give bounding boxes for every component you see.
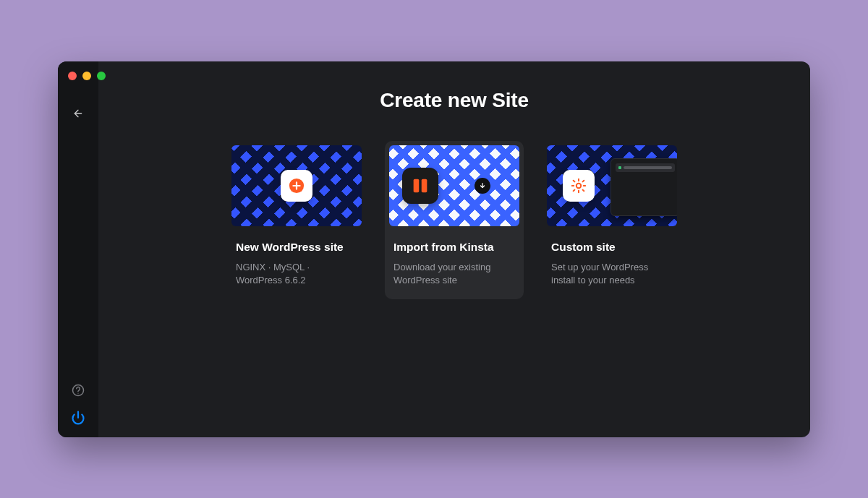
plus-icon xyxy=(281,170,312,202)
svg-point-8 xyxy=(576,183,581,187)
svg-rect-5 xyxy=(414,179,420,192)
card-thumbnail xyxy=(547,145,677,226)
svg-point-2 xyxy=(77,392,78,393)
page-title: Create new Site xyxy=(380,89,529,112)
svg-rect-6 xyxy=(422,179,427,192)
download-icon xyxy=(475,178,490,194)
card-thumbnail xyxy=(389,145,519,226)
help-circle-icon xyxy=(72,384,85,397)
card-description: NGINX · MySQL · WordPress 6.6.2 xyxy=(236,261,357,288)
card-new-wordpress[interactable]: New WordPress site NGINX · MySQL · WordP… xyxy=(227,145,366,300)
window-close-button[interactable] xyxy=(68,72,77,80)
main-content: Create new Site New WordPress site NGINX… xyxy=(98,61,810,437)
card-custom-site[interactable]: Custom site Set up your WordPress instal… xyxy=(542,145,681,300)
card-title: New WordPress site xyxy=(236,241,357,254)
card-description: Download your existing WordPress site xyxy=(393,261,515,288)
browser-preview xyxy=(610,158,677,216)
window-minimize-button[interactable] xyxy=(82,72,91,80)
power-button[interactable] xyxy=(69,408,88,427)
cards-row: New WordPress site NGINX · MySQL · WordP… xyxy=(227,145,681,300)
window-maximize-button[interactable] xyxy=(97,72,106,80)
card-title: Import from Kinsta xyxy=(393,241,515,254)
card-thumbnail xyxy=(231,145,362,226)
gear-icon xyxy=(563,170,595,202)
card-import-kinsta[interactable]: Import from Kinsta Download your existin… xyxy=(385,141,524,300)
window-controls xyxy=(68,72,106,80)
left-rail xyxy=(58,61,98,437)
arrow-left-icon xyxy=(72,108,84,119)
card-title: Custom site xyxy=(551,241,673,254)
app-window: Create new Site New WordPress site NGINX… xyxy=(58,61,810,437)
power-icon xyxy=(71,411,85,425)
back-button[interactable] xyxy=(69,105,87,122)
card-description: Set up your WordPress install to your ne… xyxy=(551,261,673,288)
help-button[interactable] xyxy=(69,381,88,400)
kinsta-icon xyxy=(402,168,438,204)
